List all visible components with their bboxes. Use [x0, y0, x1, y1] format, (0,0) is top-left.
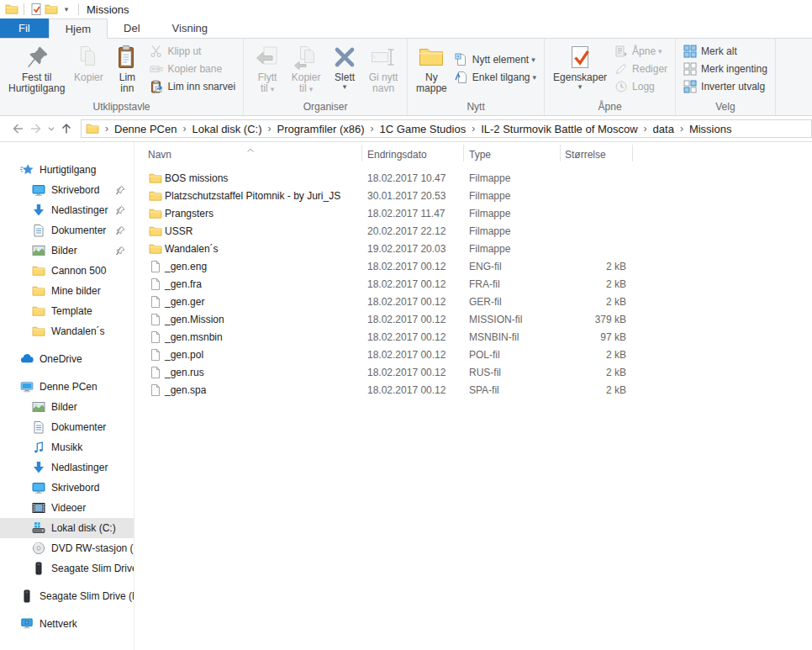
recent-locations-button[interactable] — [45, 119, 57, 138]
back-button[interactable] — [8, 119, 27, 138]
copy-path-button[interactable]: Kopier bane — [150, 60, 235, 77]
sidebar-item-nettverk[interactable]: Nettverk — [0, 614, 134, 634]
sidebar-item-bilder[interactable]: Bilder — [0, 397, 134, 417]
paste-shortcut-button[interactable]: Lim inn snarvei — [150, 77, 235, 95]
sidebar-item-skrivebord[interactable]: Skrivebord — [0, 478, 134, 498]
file-row[interactable]: _gen.Mission18.02.2017 00.12MISSION-fil3… — [134, 311, 812, 329]
sidebar-item-bilder[interactable]: Bilder — [0, 240, 134, 261]
sidebar-item-skrivebord[interactable]: Skrivebord — [0, 180, 134, 200]
new-item-button[interactable]: Nytt element▾ — [455, 50, 536, 68]
properties-button[interactable]: Egenskaper▾ — [549, 41, 611, 90]
sidebar-item-seagate-slim-drive-e[interactable]: Seagate Slim Drive (E: — [0, 586, 134, 606]
rename-button[interactable]: Gi nyttnavn — [364, 41, 403, 94]
up-button[interactable] — [57, 119, 76, 138]
file-row[interactable]: _gen.pol18.02.2017 00.12POL-fil2 kB — [134, 346, 812, 364]
file-date: 18.02.2017 00.12 — [367, 296, 446, 308]
sidebar-item-nedlastinger[interactable]: Nedlastinger — [0, 457, 134, 478]
file-row[interactable]: _gen.eng18.02.2017 00.12ENG-fil2 kB — [134, 258, 812, 276]
button-label-text: Merk alt — [701, 45, 737, 57]
file-row[interactable]: BOS missions18.02.2017 10.47Filmappe — [134, 170, 812, 188]
cut-button[interactable]: Klipp ut — [150, 42, 235, 60]
file-date: 18.02.2017 00.12 — [367, 367, 446, 378]
invert-selection-button[interactable]: Inverter utvalg — [683, 77, 767, 95]
sidebar-item-template[interactable]: Template — [0, 301, 134, 321]
file-row[interactable]: Wandalen´s19.02.2017 20.03Filmappe — [134, 240, 812, 258]
copy-button[interactable]: Kopier — [69, 41, 108, 83]
file-type: SPA-fil — [469, 384, 499, 396]
sidebar-item-videoer[interactable]: Videoer — [0, 498, 134, 518]
copy-to-button[interactable]: Kopiertil▾ — [287, 41, 325, 95]
breadcrumb[interactable]: ›Denne PCen›Lokal disk (C:)›Programfiler… — [81, 119, 812, 138]
select-all-button[interactable]: Merk alt — [683, 42, 767, 60]
file-icon — [149, 383, 162, 397]
tab-del[interactable]: Del — [108, 18, 156, 38]
file-type: Filmappe — [469, 172, 510, 184]
tab-fil[interactable]: Fil — [0, 18, 49, 38]
file-row[interactable]: USSR20.02.2017 22.12Filmappe — [134, 223, 812, 240]
forward-button[interactable] — [27, 119, 45, 138]
external-drive-icon — [32, 562, 45, 575]
qat-customize-button[interactable]: ▾ — [59, 2, 74, 17]
paste-button[interactable]: Liminn — [108, 41, 146, 94]
column-divider[interactable] — [632, 145, 633, 161]
file-row[interactable]: Prangsters18.02.2017 11.47Filmappe — [134, 205, 812, 223]
sidebar-item-denne-pcen[interactable]: Denne PCen — [0, 377, 134, 397]
breadcrumb-item[interactable]: 1C Game Studios — [380, 123, 467, 135]
file-row[interactable]: _gen.spa18.02.2017 00.12SPA-fil2 kB — [134, 382, 812, 399]
sidebar-item-nedlastinger[interactable]: Nedlastinger — [0, 200, 134, 220]
column-header-type[interactable]: Type — [469, 149, 491, 161]
easy-access-button[interactable]: Enkel tilgang▾ — [455, 68, 536, 86]
qat-properties-button[interactable] — [29, 2, 44, 17]
file-row[interactable]: _gen.rus18.02.2017 00.12RUS-fil2 kB — [134, 364, 812, 382]
sidebar-item-dokumenter[interactable]: Dokumenter — [0, 417, 134, 437]
pin-to-quick-access-button[interactable]: Fest tilHurtigtilgang — [4, 41, 69, 94]
sidebar-item-musikk[interactable]: Musikk — [0, 437, 134, 457]
sidebar-item-hurtigtilgang[interactable]: Hurtigtilgang — [0, 160, 134, 180]
breadcrumb-item[interactable]: Programfiler (x86) — [277, 123, 365, 135]
column-divider[interactable] — [560, 145, 561, 161]
history-button[interactable]: Logg — [614, 77, 667, 95]
button-label-text: mappe — [416, 82, 447, 94]
breadcrumb-item[interactable]: Missions — [689, 123, 732, 135]
sidebar-item-lokal-disk-c[interactable]: Lokal disk (C:) — [0, 518, 134, 538]
new-folder-button[interactable]: Nymappe — [412, 41, 451, 94]
sidebar-item-onedrive[interactable]: OneDrive — [0, 349, 134, 369]
breadcrumb-item[interactable]: data — [653, 123, 674, 135]
column-header-endringsdato[interactable]: Endringsdato — [367, 149, 427, 161]
delete-button[interactable]: Slett▾ — [325, 41, 364, 90]
file-row[interactable]: _gen.ger18.02.2017 00.12GER-fil2 kB — [134, 293, 812, 311]
column-header-navn[interactable]: Navn — [148, 149, 171, 161]
tab-visning[interactable]: Visning — [156, 18, 224, 38]
sidebar-item-label: Seagate Slim Drive ( — [51, 563, 134, 574]
breadcrumb-item[interactable]: Denne PCen — [114, 123, 177, 135]
column-divider[interactable] — [463, 145, 464, 161]
sidebar-item-seagate-slim-drive[interactable]: Seagate Slim Drive ( — [0, 558, 134, 579]
file-row[interactable]: _gen.fra18.02.2017 00.12FRA-fil2 kB — [134, 276, 812, 293]
file-name: Wandalen´s — [165, 243, 219, 255]
sidebar-item-dokumenter[interactable]: Dokumenter — [0, 220, 134, 240]
sidebar-item-mine-bilder[interactable]: Mine bilder — [0, 281, 134, 301]
sidebar-item-wandalen-s[interactable]: Wandalen´s — [0, 321, 134, 341]
file-row[interactable]: Platzschutzstaffel Pitomnik - by Juri_JS… — [134, 188, 812, 205]
file-name: _gen.Mission — [165, 314, 224, 325]
button-label: Hurtigtilgang — [8, 83, 65, 94]
edit-button[interactable]: Rediger — [614, 60, 667, 77]
pin-icon — [24, 44, 50, 71]
sidebar-item-cannon-500[interactable]: Cannon 500 — [0, 261, 134, 281]
open-button[interactable]: Åpne▾ — [614, 42, 667, 60]
file-icon — [149, 348, 162, 362]
button-label-text: Lim — [119, 71, 135, 83]
sidebar-item-dvd-rw-stasjon-d[interactable]: DVD RW-stasjon (D: — [0, 538, 134, 558]
breadcrumb-item[interactable]: IL-2 Sturmovik Battle of Moscow — [481, 123, 637, 135]
tab-hjem[interactable]: Hjem — [49, 18, 108, 39]
select-none-button[interactable]: Merk ingenting — [683, 60, 767, 77]
file-row[interactable]: _gen.msnbin18.02.2017 00.12MSNBIN-fil97 … — [134, 329, 812, 346]
column-divider[interactable] — [361, 145, 362, 161]
qat-new-folder-button[interactable] — [44, 2, 59, 17]
column-header-størrelse[interactable]: Størrelse — [565, 149, 606, 161]
breadcrumb-item[interactable]: Lokal disk (C:) — [192, 123, 261, 135]
file-name: _gen.msnbin — [165, 331, 223, 343]
button-label-text: Rediger — [632, 63, 667, 75]
file-icon — [149, 366, 162, 379]
move-to-button[interactable]: Flytttil▾ — [248, 41, 287, 95]
